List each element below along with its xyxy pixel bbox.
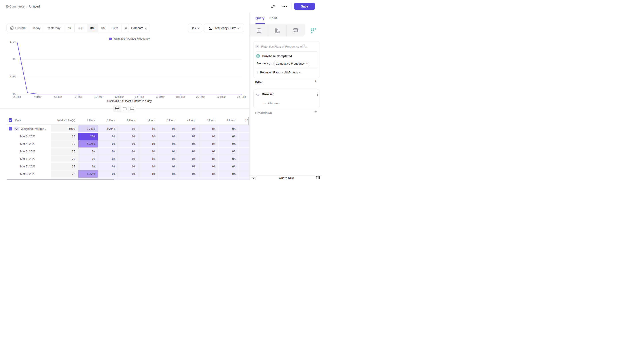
bar-chart-icon bbox=[275, 28, 280, 33]
value-cell: 0% bbox=[178, 140, 198, 148]
range-30d[interactable]: 30D bbox=[74, 24, 87, 32]
event-name[interactable]: Purchase Completed bbox=[262, 54, 292, 58]
range-6m[interactable]: 6M bbox=[98, 24, 109, 32]
value-cell bbox=[198, 178, 218, 180]
range-3m[interactable]: 3M bbox=[87, 24, 98, 32]
value-cell: 0% bbox=[158, 148, 178, 155]
breadcrumb-title[interactable]: Untitled bbox=[29, 5, 40, 8]
value-cell bbox=[238, 125, 250, 132]
filter-property[interactable]: Browser bbox=[262, 92, 274, 96]
whats-new-link[interactable]: What's New bbox=[278, 176, 294, 180]
checkbox-checked[interactable] bbox=[8, 127, 12, 130]
chart-type-flows-button[interactable] bbox=[286, 24, 305, 36]
query-title[interactable]: Retention Rate of Frequency of P... bbox=[261, 45, 317, 48]
range-12m[interactable]: 12M bbox=[109, 24, 122, 32]
value-cell: 0% bbox=[118, 125, 138, 132]
value-cell: 0% bbox=[218, 163, 238, 170]
value-cell: 0% bbox=[98, 133, 118, 140]
layout-chart-only-button[interactable] bbox=[121, 105, 128, 112]
series-line bbox=[6, 36, 250, 104]
row-date: Mar 8, 2023 bbox=[6, 172, 36, 176]
range-yesterday[interactable]: Yesterday bbox=[44, 24, 64, 32]
filter-operator[interactable]: Is bbox=[264, 102, 266, 105]
value-cell: 0% bbox=[178, 133, 198, 140]
table-header: DateTotal Profile(s)2 Hour3 Hour4 Hour5 … bbox=[6, 116, 250, 125]
value-cell: 0% bbox=[218, 125, 238, 132]
value-cell bbox=[178, 178, 198, 180]
range-today[interactable]: Today bbox=[29, 24, 44, 32]
date-cell: Mar 7, 2023 bbox=[6, 163, 51, 170]
granularity-dropdown[interactable]: Day bbox=[188, 24, 202, 32]
range-label: 7D bbox=[67, 26, 71, 30]
horizontal-scrollbar[interactable] bbox=[7, 179, 114, 180]
chart-type-funnel-button[interactable] bbox=[268, 24, 286, 36]
split-panes-icon bbox=[316, 176, 320, 179]
active-tab-underline bbox=[256, 23, 265, 24]
row-date: Mar 3, 2023 bbox=[6, 135, 36, 138]
filter-kebab-menu[interactable] bbox=[316, 93, 319, 96]
breadcrumb-section[interactable]: E-Commerce bbox=[6, 5, 24, 8]
value-cell: 0% bbox=[158, 125, 178, 132]
value-cell: 0% bbox=[158, 140, 178, 148]
value-cell bbox=[218, 178, 238, 180]
value-cell: 0% bbox=[158, 133, 178, 140]
value-cell: 0% bbox=[78, 163, 98, 170]
chart-type-insights-button[interactable] bbox=[250, 24, 268, 36]
date-cell: Weighted Average ... bbox=[6, 125, 51, 132]
summary-row-label: Weighted Average ... bbox=[21, 127, 47, 130]
chart-type-dropdown[interactable]: Frequency Curve bbox=[204, 24, 244, 32]
value-cell: 0% bbox=[158, 170, 178, 178]
split-view-icon bbox=[115, 107, 119, 110]
row-date: Mar 5, 2023 bbox=[6, 150, 36, 153]
app-window: E-Commerce / Untitled ••• Save bbox=[0, 0, 322, 180]
metric-dropdown[interactable]: Retention Rate bbox=[260, 71, 282, 74]
value-cell: 0% bbox=[118, 148, 138, 155]
table-row: Mar 4, 2023195.26%0%0%0%0%0%0%0% bbox=[6, 140, 250, 148]
chart-type-frequency-button[interactable] bbox=[305, 24, 322, 36]
expand-row-button[interactable] bbox=[14, 126, 19, 131]
layout-split-button[interactable] bbox=[114, 105, 121, 112]
layout-table-only-button[interactable] bbox=[128, 105, 136, 112]
table-row: Weighted Average ...100%1.48%0.04%0%0%0%… bbox=[6, 125, 250, 132]
chevron-down-icon bbox=[272, 62, 274, 64]
compare-dropdown[interactable]: Compare bbox=[128, 24, 150, 32]
table-body: Weighted Average ...100%1.48%0.04%0%0%0%… bbox=[6, 125, 250, 180]
toggle-panel-button[interactable] bbox=[315, 175, 321, 180]
value-cell: 0% bbox=[198, 163, 218, 170]
frequency-curve-icon bbox=[208, 26, 212, 30]
tab-query[interactable]: Query bbox=[256, 16, 264, 20]
row-date: Mar 4, 2023 bbox=[6, 142, 36, 146]
checkbox-checked[interactable] bbox=[8, 118, 12, 122]
row-date: Mar 7, 2023 bbox=[6, 165, 36, 168]
column-header: 8 Hour bbox=[198, 118, 218, 122]
range-7d[interactable]: 7D bbox=[64, 24, 74, 32]
collapse-panel-button[interactable] bbox=[251, 175, 257, 180]
add-filter-button[interactable]: + bbox=[314, 79, 317, 83]
value-cell: 0% bbox=[218, 155, 238, 162]
chevron-down-icon bbox=[197, 26, 200, 29]
groups-dropdown[interactable]: All Groups bbox=[284, 71, 301, 74]
range-custom[interactable]: Custom bbox=[7, 24, 29, 32]
filter-value[interactable]: Chrome bbox=[268, 102, 278, 105]
tab-chart[interactable]: Chart bbox=[269, 16, 277, 20]
value-cell: 0% bbox=[118, 133, 138, 140]
more-options-button[interactable]: ••• bbox=[282, 3, 288, 10]
save-button[interactable]: Save bbox=[294, 3, 315, 10]
value-cell: 0% bbox=[98, 163, 118, 170]
frequency-dropdown[interactable]: Frequency bbox=[256, 62, 273, 65]
range-label: 3M bbox=[90, 26, 94, 30]
property-type-badge: Aa bbox=[256, 93, 259, 96]
metric-label: Retention Rate bbox=[260, 71, 279, 74]
value-cell: 0% bbox=[178, 155, 198, 162]
vertical-scrollbar[interactable] bbox=[248, 117, 249, 125]
value-cell: 0% bbox=[198, 140, 218, 148]
ellipsis-icon: ••• bbox=[282, 5, 287, 8]
range-label: Today bbox=[32, 26, 40, 30]
value-cell: 0% bbox=[178, 163, 198, 170]
cumulative-frequency-dropdown[interactable]: Cumulative Frequency bbox=[274, 60, 310, 67]
value-cell: 0% bbox=[178, 148, 198, 155]
date-cell: Mar 8, 2023 bbox=[6, 170, 51, 178]
value-cell: 0% bbox=[218, 140, 238, 148]
share-link-button[interactable] bbox=[270, 3, 276, 10]
add-breakdown-button[interactable]: + bbox=[314, 110, 317, 114]
